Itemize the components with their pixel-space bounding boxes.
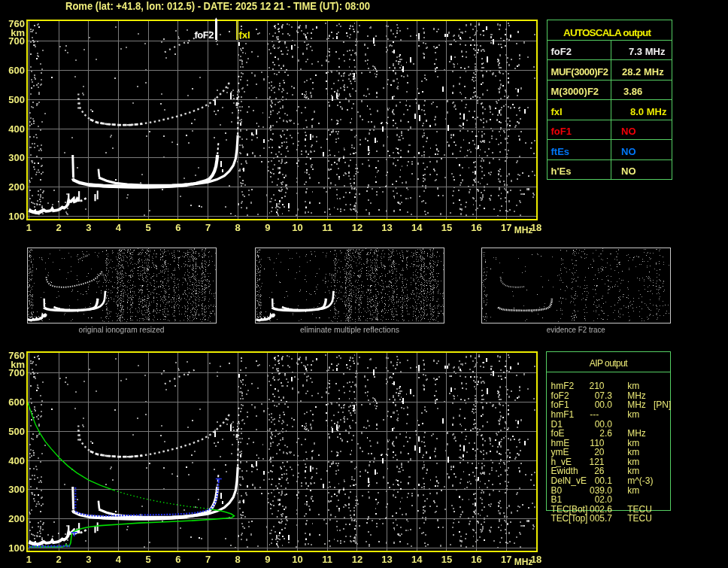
svg-text:6: 6 [175,222,180,233]
svg-text:M(3000)F2: M(3000)F2 [551,86,599,97]
svg-text:14: 14 [411,554,423,565]
svg-text:MHz: MHz [514,225,533,235]
svg-text:200: 200 [8,513,25,524]
svg-text:300: 300 [8,484,25,495]
svg-text:300: 300 [8,152,25,163]
svg-text:3.86: 3.86 [623,86,642,97]
svg-text:13: 13 [381,554,392,565]
svg-text:2: 2 [56,554,61,565]
svg-text:12: 12 [352,222,362,233]
svg-text:7: 7 [205,222,211,233]
svg-text:16: 16 [471,222,481,233]
svg-text:400: 400 [8,455,25,466]
svg-text:28.2 MHz: 28.2 MHz [622,66,664,77]
svg-text:400: 400 [8,123,25,135]
svg-text:NO: NO [621,166,636,177]
svg-text:foF2: foF2 [551,46,572,57]
svg-text:14: 14 [411,222,423,233]
svg-text:12: 12 [352,554,362,565]
svg-text:9: 9 [265,554,270,565]
svg-text:NO: NO [621,126,636,137]
svg-text:original ionogram resized: original ionogram resized [79,325,165,334]
svg-text:8: 8 [235,554,241,565]
svg-text:700: 700 [8,367,25,378]
svg-text:11: 11 [322,554,332,565]
svg-text:200: 200 [8,181,25,193]
svg-text:7.3 MHz: 7.3 MHz [629,46,666,57]
svg-text:100: 100 [8,211,25,222]
svg-text:100: 100 [8,542,25,554]
svg-text:10: 10 [292,554,302,565]
svg-text:MHz: MHz [514,557,533,567]
svg-text:13: 13 [381,222,392,233]
svg-text:4: 4 [116,222,122,233]
svg-text:6: 6 [175,554,180,565]
svg-text:foF1: foF1 [551,126,572,137]
svg-text:[PN]: [PN] [654,399,671,410]
svg-text:MUF(3000)F2: MUF(3000)F2 [551,66,609,77]
svg-text:AIP output: AIP output [590,358,629,369]
svg-text:10: 10 [292,222,302,233]
svg-text:8.0 MHz: 8.0 MHz [630,106,667,117]
svg-text:TEC[Top]: TEC[Top] [551,513,588,524]
svg-text:500: 500 [8,426,25,437]
svg-text:AUTOSCALA output: AUTOSCALA output [563,27,652,38]
svg-text:km: km [627,485,639,496]
svg-text:3: 3 [86,554,91,565]
svg-text:8: 8 [235,222,241,233]
svg-text:500: 500 [8,94,25,105]
svg-text:17: 17 [501,222,511,233]
svg-text:600: 600 [8,396,25,408]
svg-text:16: 16 [471,554,481,565]
svg-text:17: 17 [501,554,511,565]
svg-text:600: 600 [8,65,25,76]
svg-text:5: 5 [145,554,150,565]
svg-text:evidence F2 trace: evidence F2 trace [547,325,605,334]
svg-text:fxI: fxI [239,29,250,41]
svg-text:005.7: 005.7 [590,513,612,524]
svg-text:NO: NO [621,146,636,157]
svg-text:9: 9 [265,222,270,233]
svg-text:km: km [627,409,639,420]
svg-text:eliminate multiple reflections: eliminate multiple reflections [300,325,399,334]
svg-text:4: 4 [116,554,122,565]
svg-text:foF2: foF2 [195,29,214,41]
svg-text:1: 1 [26,222,32,233]
svg-text:1: 1 [26,554,32,565]
svg-text:7: 7 [205,554,211,565]
svg-text:2: 2 [56,222,61,233]
svg-text:ftEs: ftEs [551,146,570,157]
svg-text:h'Es: h'Es [551,166,572,177]
svg-text:3: 3 [86,222,91,233]
svg-text:5: 5 [145,222,150,233]
svg-text:11: 11 [322,222,332,233]
svg-text:TECU: TECU [627,513,652,524]
svg-text:15: 15 [441,554,452,565]
svg-text:700: 700 [8,35,25,47]
svg-text:fxI: fxI [551,106,563,117]
svg-text:15: 15 [441,222,452,233]
svg-text:Rome (lat: +41.8, lon: 012.5): Rome (lat: +41.8, lon: 012.5) - DATE: 20… [65,0,370,12]
